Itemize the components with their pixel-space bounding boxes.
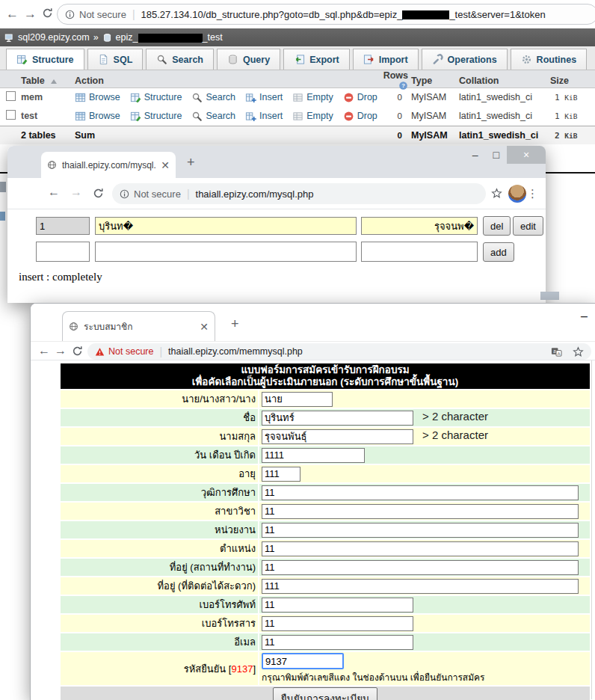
forward-icon[interactable]: → [55,344,67,357]
close-button[interactable]: × [507,146,546,164]
field-input[interactable] [262,560,579,575]
col-size[interactable]: Size [550,76,595,86]
action-icon [191,92,203,103]
field-input[interactable] [262,485,579,500]
edit-button[interactable]: edit [513,216,543,236]
action-link[interactable]: Empty [292,111,333,122]
pma-nav-tab[interactable]: Routines [511,49,587,70]
pma-nav-tab[interactable]: SQL [87,49,144,70]
reload-icon[interactable] [93,188,104,199]
form-field-row: อีเมล [61,633,590,651]
tab-close-icon[interactable]: ✕ [200,321,209,333]
record-name-field[interactable] [95,217,357,235]
add-button[interactable]: add [483,242,514,262]
pma-nav-tab[interactable]: Operations [422,49,508,70]
action-link[interactable]: Search [191,111,235,122]
back-icon[interactable]: ← [6,0,19,28]
address-bar[interactable]: Not secure | 185.27.134.10/db_structure.… [57,4,595,25]
pma-nav-tab[interactable]: Query [217,49,280,70]
action-link[interactable]: Insert [245,92,283,103]
action-link[interactable]: Search [191,92,235,103]
field-input[interactable] [262,635,413,650]
field-input[interactable] [262,579,579,594]
field-note: > 2 character [422,429,488,441]
action-link[interactable]: Browse [75,92,120,103]
field-input[interactable] [262,392,333,407]
forward-icon[interactable]: → [70,185,82,199]
field-input[interactable] [262,598,413,612]
info-icon[interactable] [120,189,129,199]
action-link[interactable]: Browse [75,111,120,122]
back-icon[interactable]: ← [48,185,60,199]
action-link[interactable]: Empty [292,92,333,103]
row-checkbox[interactable] [6,110,16,120]
new-name-field[interactable] [95,242,357,262]
field-label: อายุ [61,465,258,482]
address-bar[interactable]: Not secure | thaiall.epizy.com/mysql.php [112,183,486,204]
submit-button[interactable]: ยืนยันการลงทะเบียน [273,687,378,700]
pma-nav-tab[interactable]: Search [146,49,214,70]
table-name[interactable]: mem [21,92,75,102]
security-label: Not secure [79,9,126,20]
record-surname-field[interactable] [361,217,478,235]
new-id-field[interactable] [36,242,90,262]
field-input[interactable] [262,429,413,444]
reload-icon[interactable] [72,346,83,357]
captcha-input[interactable] [262,653,344,669]
tab-close-icon[interactable]: ✕ [161,159,170,171]
row-collation: latin1_swedish_ci [459,111,550,121]
field-input[interactable] [262,504,579,519]
record-id-field[interactable] [36,217,90,235]
form-field-row: หน่วยงาน [61,521,590,538]
divider: | [187,188,190,200]
window1-tab[interactable]: thaiall.epizy.com/mysql.php ✕ [41,152,176,178]
reload-icon[interactable] [42,7,53,19]
new-surname-field[interactable] [361,242,478,262]
field-label: ที่อยู่ (ที่ติดต่อได้สะดวก) [61,577,258,595]
translate-icon[interactable] [551,346,562,357]
pma-nav-tab[interactable]: Export [283,49,350,70]
warning-triangle-icon[interactable] [95,347,105,357]
action-link[interactable]: Structure [130,92,182,103]
pma-nav-tab[interactable]: Import [353,49,419,70]
new-tab-button[interactable]: + [187,155,195,171]
profile-avatar[interactable] [508,185,526,203]
col-table[interactable]: Table [21,76,75,86]
menu-dots-icon[interactable]: ⋮ [527,187,538,200]
col-collation[interactable]: Collation [459,76,550,86]
field-input[interactable] [262,523,579,538]
pma-nav-tab[interactable]: Structure [6,49,84,70]
minimize-button[interactable]: – [465,146,486,164]
address-bar[interactable]: Not secure | thaiall.epizy.com/memmysql.… [87,343,591,360]
bookmark-star-icon[interactable] [491,188,502,199]
url-text: thaiall.epizy.com/memmysql.php [168,346,303,357]
field-input[interactable] [262,448,365,463]
minimize-button[interactable]: – [581,310,588,323]
scrollbar-edge[interactable] [591,360,592,699]
row-checkbox[interactable] [6,91,16,101]
field-label: เบอร์โทรศัพท์ [61,596,258,613]
info-icon[interactable] [65,10,75,19]
globe-icon [69,322,78,331]
field-input[interactable] [262,467,300,482]
delete-button[interactable]: del [483,216,511,236]
field-input[interactable] [262,411,413,426]
new-tab-button[interactable]: + [231,316,239,332]
window2-toolbar: ← → Not secure | thaiall.epizy.com/memmy… [31,341,595,360]
back-icon[interactable]: ← [38,344,50,357]
breadcrumb-server[interactable]: sql209.epizy.com [18,32,90,43]
action-link[interactable]: Insert [245,111,283,122]
breadcrumb-db[interactable]: epiz__test [116,32,223,43]
forward-icon[interactable]: → [24,0,37,28]
window2-tab[interactable]: ระบบสมาชิก ✕ [62,311,215,341]
action-link[interactable]: Structure [130,111,182,122]
field-input[interactable] [262,541,579,556]
bookmark-star-icon[interactable] [573,346,584,357]
url-text: thaiall.epizy.com/mysql.php [196,188,314,200]
table-name[interactable]: test [21,111,75,121]
field-label: อีเมล [61,633,258,651]
maximize-button[interactable]: □ [486,146,507,164]
form-field-row: สาขาวิชา [61,503,590,520]
col-type[interactable]: Type [411,76,459,86]
field-input[interactable] [262,616,413,631]
